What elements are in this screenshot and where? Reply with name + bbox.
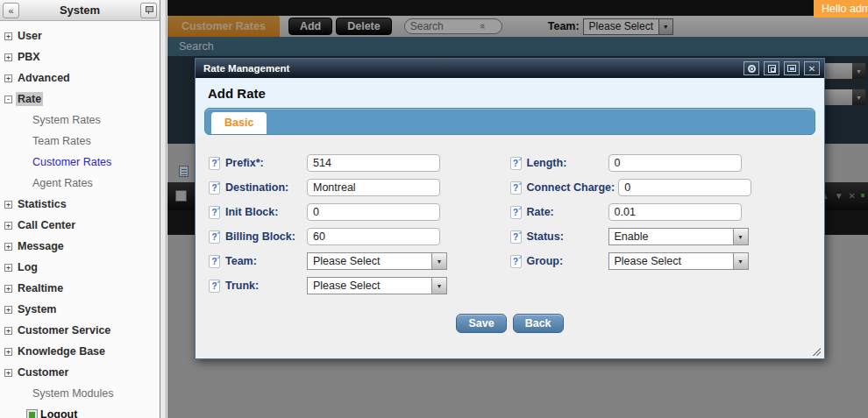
rate-label: Rate: <box>527 206 608 218</box>
sidebar-item-label: Message <box>16 239 66 253</box>
rate-row: ? Rate: <box>510 203 812 221</box>
length-input[interactable] <box>608 154 742 172</box>
team-field-select[interactable]: Please Select ▼ <box>307 252 447 270</box>
save-button[interactable]: Save <box>456 314 506 333</box>
help-icon[interactable]: ? <box>510 206 522 219</box>
sidebar-splitter[interactable] <box>160 0 167 418</box>
expand-icon[interactable]: + <box>4 285 12 293</box>
help-icon[interactable]: ? <box>209 255 220 268</box>
chevron-down-icon[interactable]: ▼ <box>733 229 748 244</box>
help-icon[interactable]: ? <box>510 157 522 170</box>
expand-icon[interactable]: + <box>4 348 12 356</box>
collapse-icon[interactable]: - <box>4 96 12 103</box>
chevron-down-icon[interactable]: ▼ <box>431 253 446 269</box>
chevron-down-icon[interactable]: ▼ <box>431 278 446 294</box>
length-label: Length: <box>527 157 608 169</box>
sidebar-item-user[interactable]: +User <box>0 25 160 46</box>
expand-icon[interactable]: + <box>4 32 12 40</box>
form-right-column: ? Length: ? Connect Charge: ? Rate: <box>510 154 812 294</box>
help-icon[interactable]: ? <box>510 230 522 244</box>
trunk-value: Please Select <box>308 278 431 294</box>
sidebar-item-system-modules[interactable]: System Modules <box>0 383 160 404</box>
group-value: Please Select <box>609 253 733 269</box>
help-icon[interactable]: ? <box>209 157 220 170</box>
hello-user-badge[interactable]: Hello admin <box>814 0 868 18</box>
sidebar-item-customer-rates[interactable]: Customer Rates <box>0 152 160 173</box>
init-block-label: Init Block: <box>225 206 307 218</box>
sidebar-item-label: Statistics <box>16 197 68 211</box>
sidebar-collapse-button[interactable]: « <box>3 3 19 18</box>
help-icon[interactable]: ? <box>209 206 220 219</box>
status-label: Status: <box>527 230 608 243</box>
dialog-close-button[interactable]: ✕ <box>804 61 820 75</box>
init-block-input[interactable] <box>307 203 440 221</box>
sidebar-item-knowledge-base[interactable]: +Knowledge Base <box>0 341 160 362</box>
expand-icon[interactable]: + <box>4 222 12 230</box>
dialog-collapse-button[interactable] <box>743 61 759 75</box>
expand-icon[interactable]: + <box>4 53 12 61</box>
sidebar-item-logout[interactable]: Logout <box>0 404 160 418</box>
prefix-row: ? Prefix*: <box>209 154 510 172</box>
back-button[interactable]: Back <box>513 314 564 333</box>
rate-input[interactable] <box>608 203 742 221</box>
sidebar-item-agent-rates[interactable]: Agent Rates <box>0 173 160 194</box>
dialog-titlebar[interactable]: Rate Management ✕ <box>196 59 824 78</box>
help-icon[interactable]: ? <box>209 280 220 293</box>
prefix-label: Prefix*: <box>225 157 307 169</box>
sidebar-item-statistics[interactable]: +Statistics <box>0 194 160 215</box>
help-icon[interactable]: ? <box>510 181 522 195</box>
sidebar-item-label: System Modules <box>32 387 113 400</box>
status-select[interactable]: Enable ▼ <box>608 228 749 245</box>
sidebar-item-message[interactable]: +Message <box>0 236 160 257</box>
sidebar-item-label: PBX <box>16 50 42 64</box>
init-block-row: ? Init Block: <box>209 203 510 221</box>
sidebar-item-pbx[interactable]: +PBX <box>0 46 160 67</box>
sidebar-item-team-rates[interactable]: Team Rates <box>0 131 160 152</box>
sidebar-item-call-center[interactable]: +Call Center <box>0 215 160 236</box>
sidebar-item-label: Customer <box>16 365 70 379</box>
dialog-resize-grip[interactable] <box>811 346 821 356</box>
sidebar-item-advanced[interactable]: +Advanced <box>0 67 160 89</box>
tab-basic[interactable]: Basic <box>211 112 267 134</box>
sidebar-item-label: Call Center <box>16 218 77 232</box>
team-field-label: Team: <box>225 255 307 267</box>
billing-block-input[interactable] <box>307 228 440 245</box>
sidebar-item-rate[interactable]: -Rate <box>0 89 160 110</box>
sidebar-item-label: Knowledge Base <box>16 344 107 358</box>
expand-icon[interactable]: + <box>4 306 12 314</box>
group-select[interactable]: Please Select ▼ <box>608 252 749 270</box>
dialog-maximize-button[interactable] <box>764 61 779 75</box>
expand-icon[interactable]: + <box>4 327 12 335</box>
expand-icon[interactable]: + <box>4 201 12 209</box>
dialog-heading: Add Rate <box>196 78 824 105</box>
expand-icon[interactable]: + <box>4 369 12 377</box>
dialog-title: Rate Management <box>200 63 739 74</box>
help-icon[interactable]: ? <box>209 181 220 195</box>
sidebar-item-system[interactable]: +System <box>0 299 160 320</box>
add-rate-form: ? Prefix*: ? Destination: ? Init Block: <box>196 135 823 358</box>
help-icon[interactable]: ? <box>209 230 220 244</box>
expand-icon[interactable]: + <box>4 74 12 82</box>
sidebar-item-customer-service[interactable]: +Customer Service <box>0 320 160 341</box>
chevron-down-icon[interactable]: ▼ <box>733 253 748 269</box>
expand-icon[interactable]: + <box>4 264 12 272</box>
sidebar-item-label: Customer Rates <box>32 156 111 168</box>
help-icon[interactable]: ? <box>510 255 522 268</box>
sidebar-title: System <box>60 4 100 17</box>
destination-input[interactable] <box>307 179 440 196</box>
sidebar-item-system-rates[interactable]: System Rates <box>0 110 160 131</box>
trunk-select[interactable]: Please Select ▼ <box>307 277 447 294</box>
team-row: ? Team: Please Select ▼ <box>209 252 510 270</box>
sidebar-item-label: Agent Rates <box>32 177 93 189</box>
dialog-minimize-button[interactable] <box>784 61 800 75</box>
sidebar-item-customer[interactable]: +Customer <box>0 362 160 383</box>
sidebar-item-log[interactable]: +Log <box>0 257 160 278</box>
sidebar-item-realtime[interactable]: +Realtime <box>0 278 160 299</box>
app-window: « System +User +PBX +Advanced -Rate Syst… <box>0 0 868 418</box>
prefix-input[interactable] <box>307 154 440 172</box>
connect-charge-input[interactable] <box>618 179 751 196</box>
expand-icon[interactable]: + <box>4 243 12 251</box>
sidebar-pin-button[interactable] <box>140 3 157 18</box>
sidebar-item-label: Log <box>16 260 39 274</box>
tab-basic-label: Basic <box>224 117 253 129</box>
